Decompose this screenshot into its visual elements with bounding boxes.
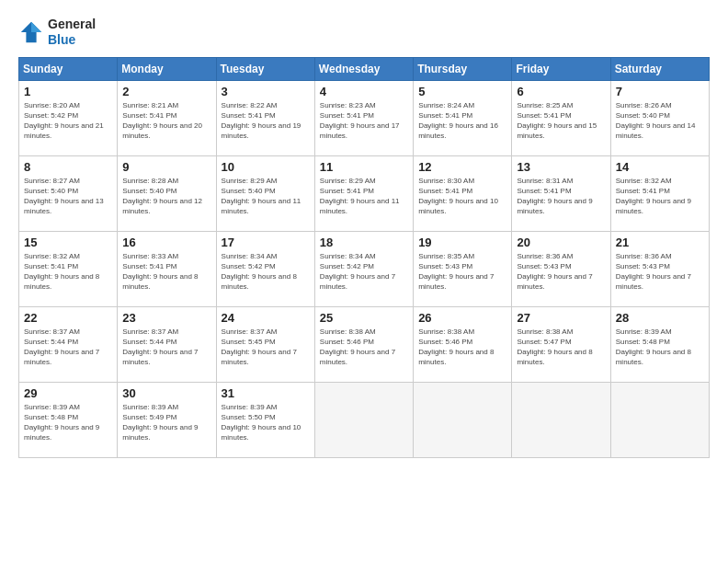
weekday-header-thursday: Thursday [414,57,512,80]
calendar-cell: 24Sunrise: 8:37 AMSunset: 5:45 PMDayligh… [216,306,314,382]
week-row-3: 15Sunrise: 8:32 AMSunset: 5:41 PMDayligh… [19,231,710,306]
day-number: 25 [320,311,408,325]
day-number: 7 [616,85,704,98]
day-info: Sunrise: 8:20 AMSunset: 5:42 PMDaylight:… [24,100,112,142]
day-info: Sunrise: 8:25 AMSunset: 5:41 PMDaylight:… [517,100,605,142]
calendar-cell: 16Sunrise: 8:33 AMSunset: 5:41 PMDayligh… [118,231,216,306]
day-number: 8 [24,160,112,174]
calendar-cell: 3Sunrise: 8:22 AMSunset: 5:41 PMDaylight… [216,80,314,155]
calendar-table: SundayMondayTuesdayWednesdayThursdayFrid… [18,57,710,458]
day-info: Sunrise: 8:33 AMSunset: 5:41 PMDaylight:… [122,251,210,293]
day-number: 18 [320,236,408,249]
day-number: 26 [418,311,506,325]
day-info: Sunrise: 8:21 AMSunset: 5:41 PMDaylight:… [122,100,210,142]
day-number: 12 [418,160,506,174]
calendar-cell: 30Sunrise: 8:39 AMSunset: 5:49 PMDayligh… [118,382,216,457]
calendar-cell: 23Sunrise: 8:37 AMSunset: 5:44 PMDayligh… [118,306,216,382]
calendar-cell: 25Sunrise: 8:38 AMSunset: 5:46 PMDayligh… [314,306,413,382]
header: General Blue [18,17,710,48]
page: General Blue SundayMondayTuesdayWednesda… [0,0,728,563]
calendar-cell: 1Sunrise: 8:20 AMSunset: 5:42 PMDaylight… [19,80,118,155]
calendar-cell: 29Sunrise: 8:39 AMSunset: 5:48 PMDayligh… [19,382,118,457]
day-number: 29 [24,386,112,400]
calendar-cell: 13Sunrise: 8:31 AMSunset: 5:41 PMDayligh… [512,155,610,231]
calendar-cell: 7Sunrise: 8:26 AMSunset: 5:40 PMDaylight… [610,80,709,155]
day-info: Sunrise: 8:37 AMSunset: 5:45 PMDaylight:… [222,327,310,368]
calendar-cell [512,382,610,457]
day-number: 14 [616,160,704,174]
day-info: Sunrise: 8:24 AMSunset: 5:41 PMDaylight:… [418,100,506,142]
day-number: 19 [418,236,506,249]
weekday-header-wednesday: Wednesday [314,57,413,80]
day-number: 10 [222,160,310,174]
day-info: Sunrise: 8:29 AMSunset: 5:41 PMDaylight:… [320,176,408,217]
calendar-cell: 22Sunrise: 8:37 AMSunset: 5:44 PMDayligh… [19,306,118,382]
day-info: Sunrise: 8:39 AMSunset: 5:49 PMDaylight:… [122,402,210,443]
day-number: 28 [616,311,704,325]
calendar-cell: 2Sunrise: 8:21 AMSunset: 5:41 PMDaylight… [118,80,216,155]
calendar-cell: 4Sunrise: 8:23 AMSunset: 5:41 PMDaylight… [314,80,413,155]
calendar-cell [610,382,709,457]
day-number: 24 [222,311,310,325]
day-info: Sunrise: 8:39 AMSunset: 5:50 PMDaylight:… [222,402,310,443]
day-info: Sunrise: 8:36 AMSunset: 5:43 PMDaylight:… [517,251,605,293]
day-number: 1 [24,85,112,98]
day-number: 3 [222,85,310,98]
calendar-cell [314,382,413,457]
day-info: Sunrise: 8:37 AMSunset: 5:44 PMDaylight:… [122,327,210,368]
weekday-header-tuesday: Tuesday [216,57,314,80]
svg-marker-1 [31,22,41,32]
day-info: Sunrise: 8:26 AMSunset: 5:40 PMDaylight:… [616,100,704,142]
weekday-header-monday: Monday [118,57,216,80]
day-info: Sunrise: 8:39 AMSunset: 5:48 PMDaylight:… [24,402,112,443]
day-info: Sunrise: 8:38 AMSunset: 5:46 PMDaylight:… [418,327,506,368]
day-info: Sunrise: 8:32 AMSunset: 5:41 PMDaylight:… [24,251,112,293]
day-info: Sunrise: 8:38 AMSunset: 5:47 PMDaylight:… [517,327,605,368]
day-number: 6 [517,85,605,98]
weekday-header-friday: Friday [512,57,610,80]
day-info: Sunrise: 8:31 AMSunset: 5:41 PMDaylight:… [517,176,605,217]
day-info: Sunrise: 8:29 AMSunset: 5:40 PMDaylight:… [222,176,310,217]
calendar-cell: 19Sunrise: 8:35 AMSunset: 5:43 PMDayligh… [414,231,512,306]
calendar-cell: 21Sunrise: 8:36 AMSunset: 5:43 PMDayligh… [610,231,709,306]
logo-text: General Blue [48,17,96,48]
day-info: Sunrise: 8:32 AMSunset: 5:41 PMDaylight:… [616,176,704,217]
day-number: 20 [517,236,605,249]
calendar-cell: 11Sunrise: 8:29 AMSunset: 5:41 PMDayligh… [314,155,413,231]
day-number: 27 [517,311,605,325]
day-info: Sunrise: 8:28 AMSunset: 5:40 PMDaylight:… [122,176,210,217]
weekday-header-row: SundayMondayTuesdayWednesdayThursdayFrid… [19,57,710,80]
weekday-header-saturday: Saturday [610,57,709,80]
calendar-cell: 28Sunrise: 8:39 AMSunset: 5:48 PMDayligh… [610,306,709,382]
day-number: 17 [222,236,310,249]
day-number: 31 [222,386,310,400]
day-number: 4 [320,85,408,98]
day-number: 22 [24,311,112,325]
week-row-2: 8Sunrise: 8:27 AMSunset: 5:40 PMDaylight… [19,155,710,231]
calendar-cell: 12Sunrise: 8:30 AMSunset: 5:41 PMDayligh… [414,155,512,231]
day-info: Sunrise: 8:36 AMSunset: 5:43 PMDaylight:… [616,251,704,293]
weekday-header-sunday: Sunday [19,57,118,80]
day-info: Sunrise: 8:35 AMSunset: 5:43 PMDaylight:… [418,251,506,293]
day-number: 21 [616,236,704,249]
day-number: 9 [122,160,210,174]
day-number: 11 [320,160,408,174]
calendar-cell: 20Sunrise: 8:36 AMSunset: 5:43 PMDayligh… [512,231,610,306]
calendar-cell: 9Sunrise: 8:28 AMSunset: 5:40 PMDaylight… [118,155,216,231]
calendar-cell: 18Sunrise: 8:34 AMSunset: 5:42 PMDayligh… [314,231,413,306]
day-number: 13 [517,160,605,174]
week-row-1: 1Sunrise: 8:20 AMSunset: 5:42 PMDaylight… [19,80,710,155]
calendar-cell: 26Sunrise: 8:38 AMSunset: 5:46 PMDayligh… [414,306,512,382]
day-number: 30 [122,386,210,400]
week-row-4: 22Sunrise: 8:37 AMSunset: 5:44 PMDayligh… [19,306,710,382]
logo: General Blue [18,17,96,48]
day-info: Sunrise: 8:22 AMSunset: 5:41 PMDaylight:… [222,100,310,142]
day-number: 16 [122,236,210,249]
week-row-5: 29Sunrise: 8:39 AMSunset: 5:48 PMDayligh… [19,382,710,457]
calendar-cell: 14Sunrise: 8:32 AMSunset: 5:41 PMDayligh… [610,155,709,231]
calendar-cell: 31Sunrise: 8:39 AMSunset: 5:50 PMDayligh… [216,382,314,457]
calendar-cell: 6Sunrise: 8:25 AMSunset: 5:41 PMDaylight… [512,80,610,155]
day-info: Sunrise: 8:37 AMSunset: 5:44 PMDaylight:… [24,327,112,368]
day-info: Sunrise: 8:34 AMSunset: 5:42 PMDaylight:… [222,251,310,293]
day-info: Sunrise: 8:39 AMSunset: 5:48 PMDaylight:… [616,327,704,368]
